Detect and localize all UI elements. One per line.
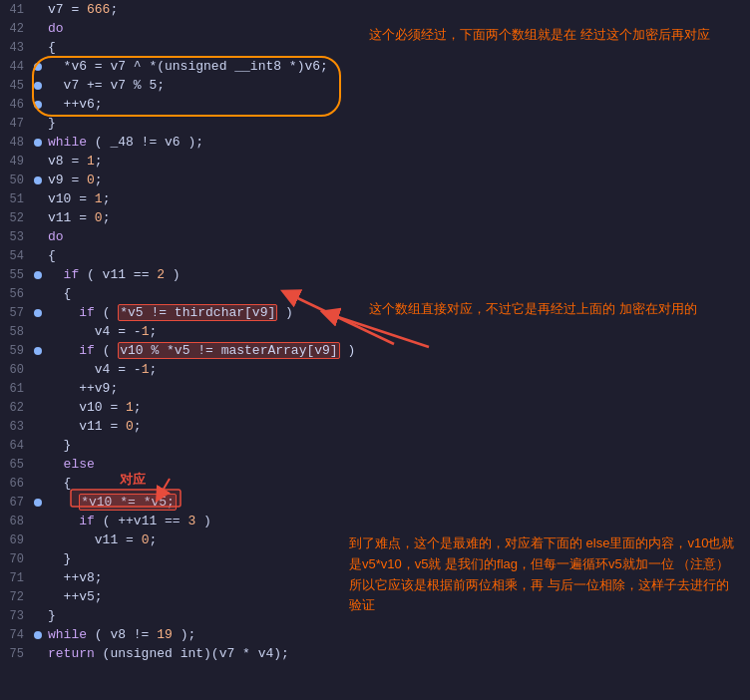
linenum-70: 70	[0, 552, 32, 566]
line-53: 53 do	[0, 227, 750, 246]
dot-59	[32, 347, 44, 355]
line-63: 63 v11 = 0;	[0, 417, 750, 436]
code-59: if ( v10 % *v5 != masterArray[v9] )	[44, 343, 750, 358]
linenum-52: 52	[0, 211, 32, 225]
line-61: 61 ++v9;	[0, 379, 750, 398]
line-64: 64 }	[0, 436, 750, 455]
line-58: 58 v4 = -1;	[0, 322, 750, 341]
linenum-51: 51	[0, 192, 32, 206]
linenum-55: 55	[0, 268, 32, 282]
line-49: 49 v8 = 1;	[0, 152, 750, 171]
dot-50	[32, 176, 44, 184]
code-63: v11 = 0;	[44, 419, 750, 434]
linenum-62: 62	[0, 401, 32, 415]
linenum-58: 58	[0, 325, 32, 339]
code-55: if ( v11 == 2 )	[44, 267, 750, 282]
dot-57	[32, 309, 44, 317]
dot-74	[32, 631, 44, 639]
code-61: ++v9;	[44, 381, 750, 396]
line-41: 41 v7 = 666;	[0, 0, 750, 19]
linenum-49: 49	[0, 155, 32, 169]
code-49: v8 = 1;	[44, 154, 750, 169]
line-47: 47 }	[0, 114, 750, 133]
line-51: 51 v10 = 1;	[0, 189, 750, 208]
linenum-43: 43	[0, 41, 32, 55]
code-65: else	[44, 457, 750, 472]
linenum-44: 44	[0, 60, 32, 74]
code-74: while ( v8 != 19 );	[44, 627, 750, 642]
dot-46	[32, 101, 44, 109]
annotation-duiying: 对应	[120, 470, 146, 491]
linenum-68: 68	[0, 515, 32, 528]
line-62: 62 v10 = 1;	[0, 398, 750, 417]
code-area: 41 v7 = 666; 42 do 43 { 44 *v6 = v7 ^ *(…	[0, 0, 750, 663]
linenum-50: 50	[0, 174, 32, 187]
linenum-42: 42	[0, 22, 32, 36]
code-51: v10 = 1;	[44, 191, 750, 206]
code-45: v7 += v7 % 5;	[44, 78, 750, 93]
dot-67	[32, 499, 44, 507]
linenum-72: 72	[0, 590, 32, 604]
linenum-65: 65	[0, 458, 32, 472]
linenum-75: 75	[0, 647, 32, 661]
line-60: 60 v4 = -1;	[0, 360, 750, 379]
code-46: ++v6;	[44, 97, 750, 112]
linenum-71: 71	[0, 571, 32, 585]
code-75: return (unsigned int)(v7 * v4);	[44, 646, 750, 661]
line-75: 75 return (unsigned int)(v7 * v4);	[0, 644, 750, 663]
code-47: }	[44, 116, 750, 131]
annotation-2: 这个数组直接对应，不过它是再经过上面的 加密在对用的	[369, 299, 697, 320]
linenum-56: 56	[0, 287, 32, 301]
code-54: {	[44, 248, 750, 263]
linenum-47: 47	[0, 117, 32, 131]
linenum-66: 66	[0, 477, 32, 491]
line-44: 44 *v6 = v7 ^ *(unsigned __int8 *)v6;	[0, 57, 750, 76]
code-60: v4 = -1;	[44, 362, 750, 377]
line-54: 54 {	[0, 246, 750, 265]
linenum-64: 64	[0, 439, 32, 453]
linenum-57: 57	[0, 306, 32, 320]
dot-55	[32, 271, 44, 279]
linenum-41: 41	[0, 3, 32, 17]
code-41: v7 = 666;	[44, 2, 750, 17]
code-62: v10 = 1;	[44, 400, 750, 415]
code-53: do	[44, 229, 750, 244]
linenum-61: 61	[0, 382, 32, 396]
linenum-59: 59	[0, 344, 32, 358]
line-48: 48 while ( _48 != v6 );	[0, 133, 750, 152]
linenum-60: 60	[0, 363, 32, 377]
code-68: if ( ++v11 == 3 )	[44, 514, 750, 528]
linenum-69: 69	[0, 533, 32, 547]
linenum-46: 46	[0, 98, 32, 112]
linenum-73: 73	[0, 609, 32, 623]
line-50: 50 v9 = 0;	[0, 171, 750, 189]
code-50: v9 = 0;	[44, 173, 750, 187]
line-45: 45 v7 += v7 % 5;	[0, 76, 750, 95]
dot-48	[32, 139, 44, 147]
linenum-53: 53	[0, 230, 32, 244]
line-59: 59 if ( v10 % *v5 != masterArray[v9] )	[0, 341, 750, 360]
linenum-45: 45	[0, 79, 32, 93]
linenum-67: 67	[0, 496, 32, 510]
code-48: while ( _48 != v6 );	[44, 135, 750, 150]
line-68: 68 if ( ++v11 == 3 )	[0, 512, 750, 530]
line-52: 52 v11 = 0;	[0, 208, 750, 227]
code-44: *v6 = v7 ^ *(unsigned __int8 *)v6;	[44, 59, 750, 74]
dot-44	[32, 63, 44, 71]
dot-45	[32, 82, 44, 90]
annotation-1: 这个必须经过，下面两个数组就是在 经过这个加密后再对应	[369, 25, 710, 46]
code-67: *v10 *= *v5;	[44, 495, 750, 510]
linenum-54: 54	[0, 249, 32, 263]
linenum-74: 74	[0, 628, 32, 642]
line-67: 67 *v10 *= *v5;	[0, 493, 750, 512]
line-74: 74 while ( v8 != 19 );	[0, 625, 750, 644]
code-58: v4 = -1;	[44, 324, 750, 339]
line-66: 66 {	[0, 474, 750, 493]
linenum-63: 63	[0, 420, 32, 434]
code-66: {	[44, 476, 750, 491]
code-52: v11 = 0;	[44, 210, 750, 225]
line-46: 46 ++v6;	[0, 95, 750, 114]
code-64: }	[44, 438, 750, 453]
line-55: 55 if ( v11 == 2 )	[0, 265, 750, 284]
linenum-48: 48	[0, 136, 32, 150]
